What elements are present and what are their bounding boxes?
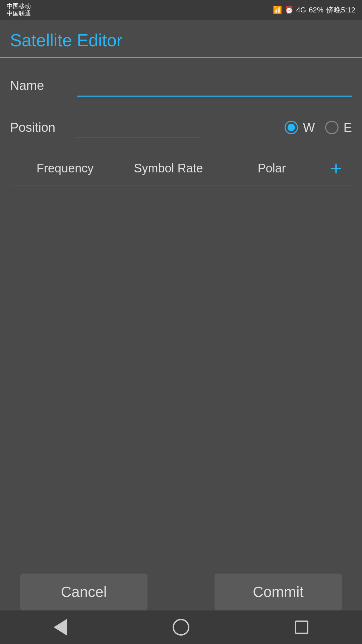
commit-button[interactable]: Commit bbox=[215, 574, 342, 610]
name-input[interactable] bbox=[77, 75, 352, 97]
radio-e-circle[interactable] bbox=[325, 121, 339, 134]
carrier1-label: 中国移动 bbox=[7, 3, 31, 10]
radio-w-label: W bbox=[303, 120, 315, 135]
add-transponder-button[interactable]: + bbox=[323, 158, 349, 178]
back-icon bbox=[54, 619, 67, 636]
home-icon bbox=[173, 619, 189, 636]
page-title: Satellite Editor bbox=[10, 30, 352, 50]
page-header: Satellite Editor bbox=[0, 20, 362, 58]
battery-label: 62% bbox=[309, 6, 323, 14]
carrier2-label: 中国联通 bbox=[7, 10, 31, 17]
action-buttons: Cancel Commit bbox=[0, 574, 362, 610]
time-label: 傍晚5:12 bbox=[326, 5, 355, 15]
navigation-bar bbox=[0, 610, 362, 644]
alarm-icon: ⏰ bbox=[285, 6, 294, 14]
carrier-info: 中国移动 中国联通 bbox=[7, 3, 31, 17]
cancel-button[interactable]: Cancel bbox=[20, 574, 147, 610]
radio-e-label: E bbox=[344, 120, 352, 135]
transponder-table-header: Frequency Symbol Rate Polar + bbox=[10, 152, 352, 185]
main-content: Name Position W E Frequency Symbol Rate … bbox=[0, 58, 362, 196]
name-field-row: Name bbox=[10, 68, 352, 103]
radio-e-item[interactable]: E bbox=[325, 120, 352, 135]
back-button[interactable] bbox=[50, 617, 70, 637]
signal-label: 4G bbox=[296, 6, 306, 14]
recent-icon bbox=[295, 621, 308, 634]
name-label: Name bbox=[10, 78, 70, 93]
home-button[interactable] bbox=[171, 617, 191, 637]
status-bar: 中国移动 中国联通 📶 ⏰ 4G 62% 傍晚5:12 bbox=[0, 0, 362, 20]
direction-radio-group: W E bbox=[285, 120, 352, 135]
position-label: Position bbox=[10, 120, 70, 135]
bluetooth-icon: 📶 bbox=[273, 6, 282, 14]
radio-w-item[interactable]: W bbox=[285, 120, 315, 135]
symbol-rate-column-header: Symbol Rate bbox=[117, 161, 220, 175]
recent-button[interactable] bbox=[292, 617, 312, 637]
radio-w-circle[interactable] bbox=[285, 121, 298, 134]
polar-column-header: Polar bbox=[220, 161, 323, 175]
status-icons: 📶 ⏰ 4G 62% 傍晚5:12 bbox=[273, 5, 355, 15]
position-input[interactable] bbox=[77, 117, 201, 138]
position-field-row: Position W E bbox=[10, 113, 352, 142]
frequency-column-header: Frequency bbox=[13, 161, 117, 175]
